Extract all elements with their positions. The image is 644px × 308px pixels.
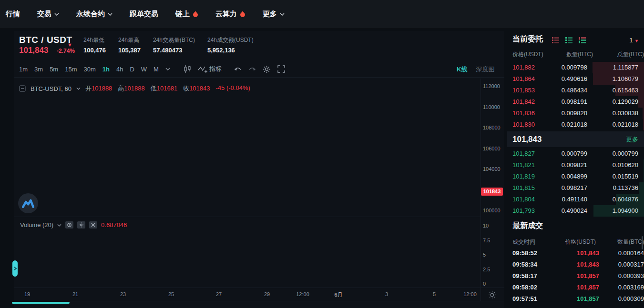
order-book-row[interactable]: 101,793 0.490024 1.094900 xyxy=(507,205,644,217)
nav-item-跟单交易[interactable]: 跟单交易 xyxy=(130,10,158,19)
ticker-stat: 24h最低100,476 xyxy=(83,36,106,54)
trades-columns: 成交时间价格(USDT)数量(BTC) xyxy=(507,238,644,246)
bottom-divider xyxy=(14,301,504,301)
fullscreen-icon[interactable] xyxy=(277,65,285,73)
pair-selector[interactable]: BTC / USDT xyxy=(19,35,72,45)
axis-label: 7.5 xyxy=(483,238,504,243)
ticker-stat: 24h最高105,387 xyxy=(118,36,141,54)
ticker-stat: 24h交易量(BTC)57.480473 xyxy=(153,36,195,54)
order-book-row[interactable]: 101,853 0.486434 0.615463 xyxy=(507,85,644,96)
axis-label: 12:00 xyxy=(296,291,309,297)
depth-tab[interactable]: 深度图 xyxy=(476,65,494,74)
timeframe-1h[interactable]: 1h xyxy=(102,66,110,73)
redo-icon[interactable] xyxy=(248,66,256,72)
chart-watermark-logo xyxy=(18,193,38,213)
mid-price-row[interactable]: 101,843 更多 xyxy=(507,131,644,147)
axis-label: 3 xyxy=(385,291,388,297)
pair-caret-icon[interactable]: ▼ xyxy=(67,42,72,48)
undo-icon[interactable] xyxy=(234,66,242,72)
order-book-row[interactable]: 101,815 0.098217 0.113736 xyxy=(507,182,644,194)
depth-bar xyxy=(638,96,644,108)
close-icon[interactable] xyxy=(89,221,97,229)
volume-value: 0.687046 xyxy=(101,221,127,229)
timeframe-5m[interactable]: 5m xyxy=(50,66,58,73)
axis-label: 23 xyxy=(120,291,126,297)
indicator-icon[interactable]: 指标 xyxy=(198,65,222,73)
book-view-both-icon[interactable] xyxy=(579,37,586,43)
timeframe-4h[interactable]: 4h xyxy=(116,66,123,73)
mid-price: 101,843 xyxy=(512,135,542,144)
trade-row: 09:58:02 101,857 0.003169 xyxy=(507,282,644,293)
book-view-switch xyxy=(552,37,586,43)
last-price: 101,843 xyxy=(19,46,48,55)
more-link[interactable]: 更多 xyxy=(626,135,638,144)
axis-label: 27 xyxy=(216,291,222,297)
candle-style-icon[interactable] xyxy=(184,65,191,73)
axis-label: 6月 xyxy=(334,291,342,298)
chart-settings-icon[interactable] xyxy=(263,65,271,73)
interval-dropdown-icon[interactable] xyxy=(165,68,170,70)
axis-label: 108000 xyxy=(483,125,504,130)
timeframe-3m[interactable]: 3m xyxy=(34,66,43,73)
order-book-row[interactable]: 101,836 0.009820 0.030838 xyxy=(507,108,644,119)
order-book-row[interactable]: 101,819 0.004899 0.015519 xyxy=(507,171,644,182)
chevron-down-icon xyxy=(280,13,285,16)
trades-title: 最新成交 xyxy=(512,221,543,231)
expand-panel-handle[interactable] xyxy=(12,260,18,277)
fire-icon xyxy=(193,11,198,18)
trade-row: 09:58:34 101,843 0.000317 xyxy=(507,259,644,270)
order-book-row[interactable]: 101,804 0.491140 0.604876 xyxy=(507,194,644,205)
order-book-row[interactable]: 101,842 0.098191 0.129029 xyxy=(507,96,644,108)
chevron-down-icon[interactable] xyxy=(76,87,81,90)
order-book-title: 当前委托 xyxy=(512,34,543,44)
axis-label: 12:00 xyxy=(463,291,477,297)
timeframe-D[interactable]: D xyxy=(130,66,134,73)
bar-change: -45 (-0.04%) xyxy=(216,84,250,93)
pane-divider[interactable] xyxy=(14,217,480,217)
timeframe-W[interactable]: W xyxy=(141,66,147,73)
nav-item-交易[interactable]: 交易 xyxy=(37,10,59,19)
order-book-row[interactable]: 101,821 0.009821 0.010620 xyxy=(507,159,644,171)
order-book-row[interactable]: 101,864 0.490616 1.106079 xyxy=(507,73,644,85)
timeframe-M[interactable]: M xyxy=(153,66,159,73)
order-book-row[interactable]: 101,882 0.009798 1.115877 xyxy=(507,62,644,73)
axis-label: 21 xyxy=(72,291,78,297)
book-view-bids-icon[interactable] xyxy=(565,37,572,43)
ticker-stats: 24h最低100,476 24h最高105,387 24h交易量(BTC)57.… xyxy=(83,36,254,54)
chevron-down-icon[interactable] xyxy=(57,224,61,227)
nav-item-永续合约[interactable]: 永续合约 xyxy=(76,10,112,19)
depth-bar xyxy=(615,85,644,96)
depth-bar xyxy=(593,205,644,217)
nav-item-更多[interactable]: 更多 xyxy=(263,10,285,19)
axis-label: 106000 xyxy=(483,146,504,151)
chevron-down-icon xyxy=(108,13,112,16)
chart-mode-switch: K线 深度图 xyxy=(457,65,494,74)
volume-label: Volume (20) xyxy=(20,221,53,229)
timeframe-30m[interactable]: 30m xyxy=(83,66,95,73)
order-book-row[interactable]: 101,830 0.021018 0.021018 xyxy=(507,119,644,130)
nav-item-链上[interactable]: 链上 xyxy=(175,10,198,19)
axis-label: 100000 xyxy=(483,208,504,213)
axis-label: 0 xyxy=(483,281,504,287)
timeframe-1m[interactable]: 1m xyxy=(19,66,28,73)
toolbar-divider xyxy=(14,77,504,78)
series-legend: BTC-USDT, 60 开101888 高101888 低101681 收10… xyxy=(19,84,250,93)
brightness-icon[interactable] xyxy=(488,291,496,299)
trade-row: 09:57:51 101,857 0.000309 xyxy=(507,293,644,305)
axis-label: 19 xyxy=(24,291,30,297)
nav-item-云算力[interactable]: 云算力 xyxy=(215,10,245,19)
settings-icon[interactable] xyxy=(77,221,85,229)
order-book-columns: 价格(USDT)数量(BTC)总量(BTC) xyxy=(507,50,644,59)
grouping-dropdown[interactable]: 1 ▼ xyxy=(620,37,639,44)
chart-horizontal-scrollbar[interactable] xyxy=(12,302,70,304)
axis-label: 5 xyxy=(483,252,504,258)
book-view-asks-icon[interactable] xyxy=(552,37,559,43)
collapse-icon[interactable] xyxy=(19,85,26,92)
order-book-row[interactable]: 101,827 0.000799 0.000799 xyxy=(507,148,644,159)
depth-bar xyxy=(616,194,644,205)
nav-item-行情[interactable]: 行情 xyxy=(6,10,20,19)
ticker-stat: 24h成交额(USDT)5,952,136 xyxy=(207,36,254,54)
visibility-icon[interactable] xyxy=(65,221,73,229)
kline-tab[interactable]: K线 xyxy=(457,65,467,74)
timeframe-15m[interactable]: 15m xyxy=(65,66,77,73)
